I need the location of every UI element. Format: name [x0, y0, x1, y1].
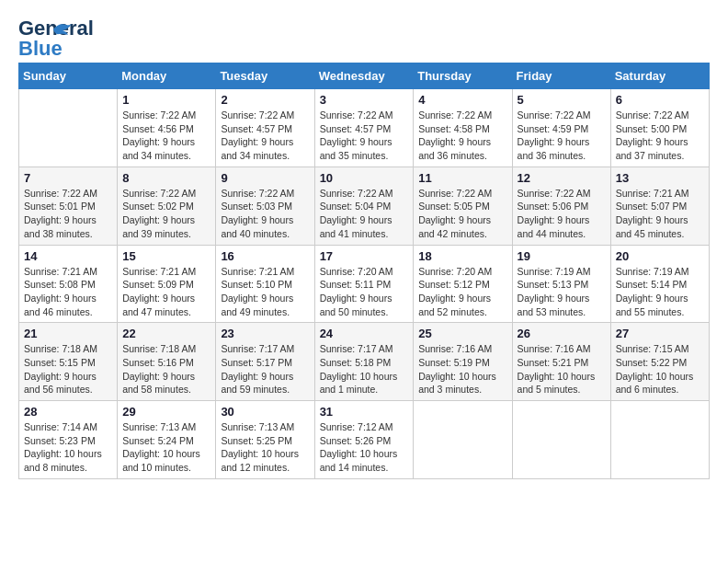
- day-cell: 30Sunrise: 7:13 AMSunset: 5:25 PMDayligh…: [216, 401, 314, 479]
- day-cell: 23Sunrise: 7:17 AMSunset: 5:17 PMDayligh…: [216, 323, 314, 401]
- day-info: Sunrise: 7:22 AMSunset: 4:57 PMDaylight:…: [320, 109, 409, 163]
- calendar-header-row: SundayMondayTuesdayWednesdayThursdayFrid…: [19, 63, 710, 89]
- day-number: 8: [122, 171, 210, 185]
- day-number: 21: [24, 327, 112, 340]
- day-cell: 29Sunrise: 7:13 AMSunset: 5:24 PMDayligh…: [118, 401, 216, 479]
- day-info: Sunrise: 7:19 AMSunset: 5:13 PMDaylight:…: [518, 265, 606, 319]
- day-info: Sunrise: 7:21 AMSunset: 5:10 PMDaylight:…: [221, 265, 309, 319]
- week-row-1: 1Sunrise: 7:22 AMSunset: 4:56 PMDaylight…: [19, 89, 710, 167]
- day-cell: 1Sunrise: 7:22 AMSunset: 4:56 PMDaylight…: [118, 89, 216, 167]
- day-cell: 20Sunrise: 7:19 AMSunset: 5:14 PMDayligh…: [610, 245, 709, 323]
- day-info: Sunrise: 7:22 AMSunset: 5:02 PMDaylight:…: [122, 187, 210, 241]
- day-number: 14: [24, 249, 112, 263]
- day-number: 30: [221, 405, 309, 419]
- day-cell: 10Sunrise: 7:22 AMSunset: 5:04 PMDayligh…: [314, 167, 414, 245]
- day-cell: [610, 401, 709, 479]
- day-number: 23: [221, 327, 309, 340]
- day-cell: 31Sunrise: 7:12 AMSunset: 5:26 PMDayligh…: [314, 401, 414, 479]
- day-number: 19: [518, 249, 606, 263]
- day-number: 17: [320, 249, 409, 263]
- day-cell: 25Sunrise: 7:16 AMSunset: 5:19 PMDayligh…: [414, 323, 512, 401]
- col-header-wednesday: Wednesday: [314, 63, 414, 89]
- day-number: 3: [320, 93, 409, 107]
- day-number: 7: [24, 171, 112, 185]
- week-row-5: 28Sunrise: 7:14 AMSunset: 5:23 PMDayligh…: [19, 401, 710, 479]
- col-header-saturday: Saturday: [610, 63, 709, 89]
- day-cell: 18Sunrise: 7:20 AMSunset: 5:12 PMDayligh…: [414, 245, 512, 323]
- day-cell: [512, 401, 610, 479]
- day-cell: 14Sunrise: 7:21 AMSunset: 5:08 PMDayligh…: [19, 245, 118, 323]
- day-info: Sunrise: 7:15 AMSunset: 5:22 PMDaylight:…: [616, 342, 704, 396]
- col-header-monday: Monday: [118, 63, 216, 89]
- day-cell: 4Sunrise: 7:22 AMSunset: 4:58 PMDaylight…: [414, 89, 512, 167]
- day-info: Sunrise: 7:22 AMSunset: 4:56 PMDaylight:…: [122, 109, 210, 163]
- col-header-thursday: Thursday: [414, 63, 512, 89]
- day-info: Sunrise: 7:17 AMSunset: 5:17 PMDaylight:…: [221, 342, 309, 396]
- day-number: 4: [418, 93, 506, 107]
- day-cell: 19Sunrise: 7:19 AMSunset: 5:13 PMDayligh…: [512, 245, 610, 323]
- day-info: Sunrise: 7:22 AMSunset: 5:00 PMDaylight:…: [616, 109, 704, 163]
- day-cell: 13Sunrise: 7:21 AMSunset: 5:07 PMDayligh…: [610, 167, 709, 245]
- day-cell: 12Sunrise: 7:22 AMSunset: 5:06 PMDayligh…: [512, 167, 610, 245]
- day-info: Sunrise: 7:12 AMSunset: 5:26 PMDaylight:…: [320, 420, 409, 475]
- day-number: 9: [221, 171, 309, 185]
- day-info: Sunrise: 7:13 AMSunset: 5:25 PMDaylight:…: [221, 420, 309, 475]
- day-info: Sunrise: 7:22 AMSunset: 5:01 PMDaylight:…: [24, 187, 112, 241]
- day-cell: 7Sunrise: 7:22 AMSunset: 5:01 PMDaylight…: [19, 167, 118, 245]
- day-number: 20: [616, 249, 704, 263]
- day-info: Sunrise: 7:21 AMSunset: 5:08 PMDaylight:…: [24, 265, 112, 319]
- day-number: 26: [518, 327, 606, 340]
- day-info: Sunrise: 7:22 AMSunset: 4:59 PMDaylight:…: [518, 109, 606, 163]
- day-cell: 9Sunrise: 7:22 AMSunset: 5:03 PMDaylight…: [216, 167, 314, 245]
- day-cell: 6Sunrise: 7:22 AMSunset: 5:00 PMDaylight…: [610, 89, 709, 167]
- day-info: Sunrise: 7:17 AMSunset: 5:18 PMDaylight:…: [320, 342, 409, 396]
- day-number: 11: [418, 171, 506, 185]
- day-cell: 17Sunrise: 7:20 AMSunset: 5:11 PMDayligh…: [314, 245, 414, 323]
- day-info: Sunrise: 7:22 AMSunset: 4:57 PMDaylight:…: [221, 109, 309, 163]
- day-info: Sunrise: 7:20 AMSunset: 5:12 PMDaylight:…: [418, 265, 506, 319]
- day-info: Sunrise: 7:16 AMSunset: 5:21 PMDaylight:…: [518, 342, 606, 396]
- day-cell: 22Sunrise: 7:18 AMSunset: 5:16 PMDayligh…: [118, 323, 216, 401]
- day-cell: 5Sunrise: 7:22 AMSunset: 4:59 PMDaylight…: [512, 89, 610, 167]
- day-cell: 11Sunrise: 7:22 AMSunset: 5:05 PMDayligh…: [414, 167, 512, 245]
- week-row-4: 21Sunrise: 7:18 AMSunset: 5:15 PMDayligh…: [19, 323, 710, 401]
- day-info: Sunrise: 7:14 AMSunset: 5:23 PMDaylight:…: [24, 420, 112, 475]
- day-cell: 24Sunrise: 7:17 AMSunset: 5:18 PMDayligh…: [314, 323, 414, 401]
- day-info: Sunrise: 7:16 AMSunset: 5:19 PMDaylight:…: [418, 342, 506, 396]
- col-header-friday: Friday: [512, 63, 610, 89]
- day-info: Sunrise: 7:22 AMSunset: 5:05 PMDaylight:…: [418, 187, 506, 241]
- calendar-table: SundayMondayTuesdayWednesdayThursdayFrid…: [18, 63, 710, 479]
- day-number: 28: [24, 405, 112, 419]
- week-row-2: 7Sunrise: 7:22 AMSunset: 5:01 PMDaylight…: [19, 167, 710, 245]
- day-number: 22: [122, 327, 210, 340]
- day-info: Sunrise: 7:13 AMSunset: 5:24 PMDaylight:…: [122, 420, 210, 475]
- day-number: 10: [320, 171, 409, 185]
- day-info: Sunrise: 7:18 AMSunset: 5:15 PMDaylight:…: [24, 342, 112, 396]
- day-number: 31: [320, 405, 409, 419]
- day-number: 18: [418, 249, 506, 263]
- day-cell: 3Sunrise: 7:22 AMSunset: 4:57 PMDaylight…: [314, 89, 414, 167]
- week-row-3: 14Sunrise: 7:21 AMSunset: 5:08 PMDayligh…: [19, 245, 710, 323]
- day-info: Sunrise: 7:20 AMSunset: 5:11 PMDaylight:…: [320, 265, 409, 319]
- bird-icon: [51, 20, 72, 39]
- day-info: Sunrise: 7:18 AMSunset: 5:16 PMDaylight:…: [122, 342, 210, 396]
- day-info: Sunrise: 7:22 AMSunset: 5:06 PMDaylight:…: [518, 187, 606, 241]
- day-info: Sunrise: 7:22 AMSunset: 4:58 PMDaylight:…: [418, 109, 506, 163]
- day-cell: 16Sunrise: 7:21 AMSunset: 5:10 PMDayligh…: [216, 245, 314, 323]
- day-number: 2: [221, 93, 309, 107]
- day-info: Sunrise: 7:22 AMSunset: 5:03 PMDaylight:…: [221, 187, 309, 241]
- day-info: Sunrise: 7:21 AMSunset: 5:09 PMDaylight:…: [122, 265, 210, 319]
- day-cell: 8Sunrise: 7:22 AMSunset: 5:02 PMDaylight…: [118, 167, 216, 245]
- day-info: Sunrise: 7:21 AMSunset: 5:07 PMDaylight:…: [616, 187, 704, 241]
- day-number: 27: [616, 327, 704, 340]
- day-cell: 15Sunrise: 7:21 AMSunset: 5:09 PMDayligh…: [118, 245, 216, 323]
- col-header-sunday: Sunday: [19, 63, 118, 89]
- logo: General Blue: [18, 18, 64, 53]
- day-number: 24: [320, 327, 409, 340]
- day-number: 12: [518, 171, 606, 185]
- day-number: 5: [518, 93, 606, 107]
- day-number: 25: [418, 327, 506, 340]
- day-cell: 27Sunrise: 7:15 AMSunset: 5:22 PMDayligh…: [610, 323, 709, 401]
- day-number: 6: [616, 93, 704, 107]
- day-number: 15: [122, 249, 210, 263]
